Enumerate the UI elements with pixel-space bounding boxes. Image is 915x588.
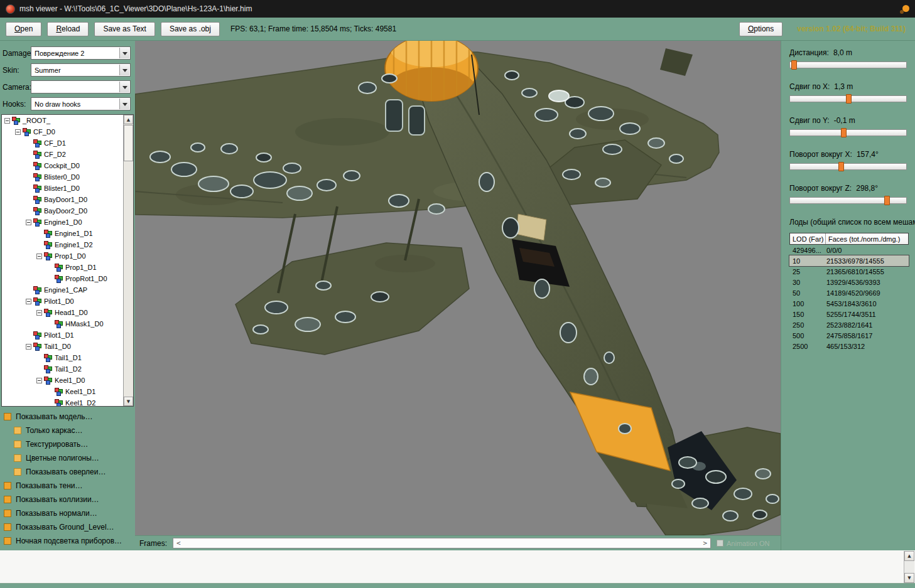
checkbox-row[interactable]: Только каркас… [0, 424, 135, 437]
option-checkbox[interactable] [14, 454, 21, 462]
scroll-up-icon[interactable]: ▲ [124, 115, 133, 124]
collapse-icon[interactable] [26, 344, 31, 350]
tree-item-CF_D1[interactable]: CF_D1 [2, 137, 123, 149]
lod-row-30[interactable]: 3013929/4536/9393 [789, 277, 909, 287]
lod-faces-header[interactable]: Faces (tot./norm./dmg.) [826, 233, 908, 244]
checkbox-row[interactable]: Показывать модель… [0, 410, 135, 424]
checkbox-row[interactable]: Текстурировать… [0, 437, 135, 451]
scroll-down-icon[interactable]: ▼ [124, 397, 133, 406]
lod-row-25[interactable]: 2521365/6810/14555 [789, 266, 909, 277]
scroll-left-icon[interactable]: < [176, 539, 181, 547]
chevron-down-icon[interactable] [119, 99, 129, 109]
option-checkbox[interactable] [4, 537, 11, 545]
hooks-dropdown[interactable]: No draw hooks [31, 97, 131, 110]
lod-row-100[interactable]: 1005453/1843/3610 [789, 298, 909, 309]
slider-track[interactable] [789, 95, 907, 102]
lod-far-header[interactable]: LOD (Far) [790, 233, 826, 244]
tree-scrollbar[interactable]: ▲ ▼ [123, 115, 133, 406]
scroll-up-icon[interactable]: ▲ [904, 551, 914, 561]
tree-item-Engine1_CAP[interactable]: Engine1_CAP [2, 284, 123, 296]
slider-thumb[interactable] [838, 162, 844, 171]
collapse-icon[interactable] [36, 378, 42, 383]
scroll-down-icon[interactable]: ▼ [904, 573, 914, 583]
camera-dropdown[interactable] [31, 80, 131, 94]
tree-item-Tail1_D1[interactable]: Tail1_D1 [2, 352, 123, 363]
tree-item-Pilot1_D0[interactable]: Pilot1_D0 [2, 296, 123, 307]
tree-item-HMask1_D0[interactable]: HMask1_D0 [2, 318, 123, 329]
slider-thumb[interactable] [846, 94, 852, 104]
tree-item-BayDoor1_D0[interactable]: BayDoor1_D0 [2, 194, 123, 205]
log-scrollbar[interactable]: ▲ ▼ [904, 551, 914, 583]
checkbox-row[interactable]: Цветные полигоны… [0, 451, 135, 465]
tree-item-Keel1_D0[interactable]: Keel1_D0 [2, 375, 123, 386]
option-checkbox[interactable] [14, 468, 21, 476]
tree-item-Prop1_D1[interactable]: Prop1_D1 [2, 262, 123, 273]
collapse-icon[interactable] [26, 220, 31, 225]
collapse-icon[interactable] [26, 299, 31, 304]
slider-track[interactable] [789, 197, 907, 204]
tree-item-Engine1_D1[interactable]: Engine1_D1 [2, 228, 123, 239]
tree-item-CF_D0[interactable]: CF_D0 [2, 126, 123, 137]
tree-scroll-thumb[interactable] [124, 125, 133, 161]
chevron-down-icon[interactable] [119, 82, 129, 92]
option-checkbox[interactable] [4, 510, 11, 517]
checkbox-row[interactable]: Показывать тени… [0, 479, 135, 493]
save-as-text-button[interactable]: Save as Text [94, 22, 154, 36]
checkbox-row[interactable]: Показывать коллизии… [0, 493, 135, 506]
tree-item-_ROOT_[interactable]: _ROOT_ [2, 115, 123, 126]
lod-row-150[interactable]: 1505255/1744/3511 [789, 309, 909, 319]
lod-row-10[interactable]: 1021533/6978/14555 [789, 255, 909, 266]
scroll-right-icon[interactable]: > [703, 539, 707, 547]
option-checkbox[interactable] [4, 413, 11, 420]
lod-row-500[interactable]: 5002475/858/1617 [789, 330, 909, 341]
collapse-icon[interactable] [4, 118, 10, 124]
lod-row-250[interactable]: 2502523/882/1641 [789, 319, 909, 330]
tree-item-BayDoor2_D0[interactable]: BayDoor2_D0 [2, 205, 123, 216]
slider-thumb[interactable] [791, 60, 797, 70]
option-checkbox[interactable] [4, 482, 11, 489]
save-as-obj-button[interactable]: Save as .obj [161, 22, 220, 36]
tree-item-Engine1_D0[interactable]: Engine1_D0 [2, 216, 123, 228]
animation-checkbox[interactable] [717, 540, 723, 547]
options-button[interactable]: Options [739, 22, 782, 36]
lod-row-429496...[interactable]: 429496...0/0/0 [789, 245, 909, 255]
slider-track[interactable] [789, 163, 907, 170]
plane-model-render[interactable] [135, 41, 781, 535]
open-button[interactable]: Open [6, 22, 41, 36]
skin-dropdown[interactable]: Summer [31, 63, 131, 77]
collapse-icon[interactable] [15, 129, 21, 135]
tree-item-Blister1_D0[interactable]: Blister1_D0 [2, 183, 123, 194]
chevron-down-icon[interactable] [119, 48, 129, 58]
option-checkbox[interactable] [14, 427, 21, 434]
chevron-down-icon[interactable] [119, 65, 129, 75]
option-checkbox[interactable] [14, 441, 21, 448]
checkbox-row[interactable]: Ночная подсветка приборов… [0, 534, 135, 548]
checkbox-row[interactable]: Показывать нормали… [0, 506, 135, 520]
tree-item-CF_D2[interactable]: CF_D2 [2, 149, 123, 160]
notification-orb-icon[interactable] [899, 4, 909, 14]
tree-item-Engine1_D2[interactable]: Engine1_D2 [2, 239, 123, 250]
option-checkbox[interactable] [4, 523, 11, 531]
slider-track[interactable] [789, 61, 907, 68]
tree-item-Head1_D0[interactable]: Head1_D0 [2, 307, 123, 318]
log-area[interactable] [0, 550, 915, 584]
tree-item-Tail1_D0[interactable]: Tail1_D0 [2, 341, 123, 352]
option-checkbox[interactable] [4, 496, 11, 503]
slider-thumb[interactable] [841, 128, 847, 137]
checkbox-row[interactable]: Показывать оверлеи… [0, 465, 135, 479]
checkbox-row[interactable]: Показывать Ground_Level… [0, 520, 135, 534]
tree-item-Pilot1_D1[interactable]: Pilot1_D1 [2, 329, 123, 341]
reload-button[interactable]: Reload [47, 22, 89, 36]
tree-item-PropRot1_D0[interactable]: PropRot1_D0 [2, 273, 123, 284]
damage-dropdown[interactable]: Повреждение 2 [31, 46, 131, 60]
lod-table-header[interactable]: LOD (Far) Faces (tot./norm./dmg.) [789, 233, 909, 245]
tree-item-Cockpit_D0[interactable]: Cockpit_D0 [2, 160, 123, 171]
collapse-icon[interactable] [36, 310, 42, 316]
tree-item-Keel1_D2[interactable]: Keel1_D2 [2, 397, 123, 406]
animation-toggle[interactable]: Animation ON [717, 540, 776, 547]
tree-item-Tail1_D2[interactable]: Tail1_D2 [2, 363, 123, 375]
tree-item-Blister0_D0[interactable]: Blister0_D0 [2, 171, 123, 183]
tree-item-Keel1_D1[interactable]: Keel1_D1 [2, 386, 123, 397]
lod-row-50[interactable]: 5014189/4520/9669 [789, 287, 909, 298]
viewport-3d[interactable]: Frames: < > Animation ON [135, 41, 781, 550]
